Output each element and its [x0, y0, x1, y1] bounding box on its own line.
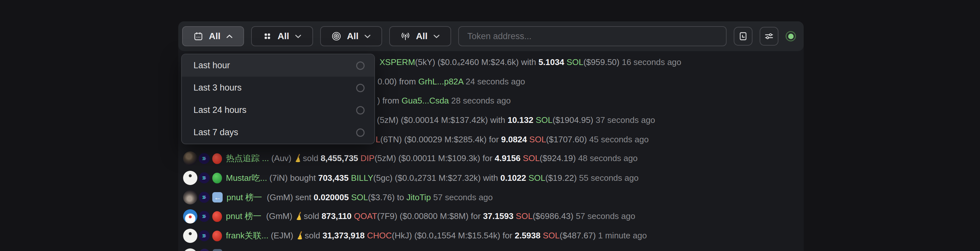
- avatar[interactable]: [183, 229, 197, 243]
- feed-text: (5zM) ($0.00014 M:$137.42k) with 10.132 …: [377, 115, 655, 125]
- feed-text-segment: 48 seconds ago: [578, 153, 638, 163]
- feed-text-segment: 57 seconds ago: [576, 211, 635, 221]
- feed-link[interactable]: SOL: [533, 115, 552, 125]
- feed-link[interactable]: pnut 榜一: [226, 193, 262, 202]
- feed-text-segment: ($1904.95): [552, 115, 596, 125]
- solana-chain-icon: [199, 230, 210, 241]
- feed-link[interactable]: SOL: [541, 230, 560, 240]
- file-button[interactable]: [734, 27, 752, 46]
- avatar[interactable]: [183, 152, 197, 166]
- feed-row: 热点追踪 ... (Auv) sold 8,455,735 DIP(5zM) (…: [183, 149, 638, 168]
- sliders-icon: [764, 32, 774, 41]
- chevron-up-icon: [226, 34, 233, 38]
- feed-link[interactable]: SOL: [526, 173, 545, 183]
- feed-row: pnut 榜一 (GmM) sold 873,110 QOAT(7F9) ($0…: [183, 207, 635, 226]
- feed-link[interactable]: Mustar吃...: [226, 173, 267, 183]
- feed-text: 0.00) from GrhL...p82A 24 seconds ago: [377, 77, 525, 87]
- feed-link[interactable]: SOL: [349, 193, 368, 202]
- feed-text: ) from Gua5...Csda 28 seconds ago: [377, 96, 511, 106]
- menu-item-label: Last hour: [194, 60, 230, 71]
- broom-icon: [296, 231, 304, 242]
- feed-text-segment: (5gc) ($0.0₄2731 M:$27.32k) with: [373, 173, 500, 183]
- feed-link[interactable]: GrhL...p82A: [418, 77, 463, 86]
- avatar[interactable]: [183, 171, 197, 185]
- feed-text-segment: [349, 173, 351, 183]
- target-filter-button[interactable]: All: [320, 26, 382, 46]
- feed-text-segment: 37.1593: [483, 211, 513, 221]
- live-indicator: [786, 31, 796, 41]
- avatar[interactable]: [183, 209, 197, 224]
- red-marker-icon: [212, 153, 222, 164]
- time-filter-menu: Last hourLast 3 hoursLast 24 hoursLast 7…: [181, 54, 375, 144]
- avatar[interactable]: [183, 190, 197, 204]
- radio-icon: [356, 106, 364, 115]
- broom-icon: [295, 212, 303, 223]
- solana-chain-icon: [199, 153, 210, 164]
- feed-text-segment: (HkJ) ($0.0₄1554 M:$15.54k) for: [392, 230, 515, 240]
- feed-text-segment: 9.0824: [501, 134, 527, 144]
- feed-text-segment: 873,110: [321, 211, 352, 221]
- feed-link[interactable]: SOL: [520, 153, 539, 163]
- target-icon: [331, 32, 341, 41]
- feed-text-segment: 4.9156: [495, 153, 521, 163]
- feed-link[interactable]: CHOC: [367, 230, 392, 240]
- feed-link[interactable]: Gua5...Csda: [401, 96, 449, 106]
- feed-text-segment: 0.020005: [314, 193, 349, 202]
- feed-link[interactable]: pnut 榜一: [226, 211, 261, 221]
- feed-link[interactable]: QOAT: [354, 211, 377, 221]
- category-filter-button[interactable]: All: [251, 26, 313, 46]
- feed-row: L(6TN) ($0.00029 M:$285.4k) for 9.0824 S…: [372, 130, 649, 149]
- feed-link[interactable]: JitoTip: [406, 193, 431, 202]
- feed-link[interactable]: SOL: [513, 211, 533, 221]
- filter-label: All: [416, 31, 428, 41]
- live-dot: [788, 34, 794, 39]
- filter-label: All: [347, 31, 359, 41]
- feed-text-segment: (5zM) ($0.00014 M:$137.42k) with: [377, 115, 508, 125]
- feed-text-segment: sold: [304, 211, 321, 221]
- feed-text-segment: 2.5938: [515, 230, 541, 240]
- avatar-detail: [189, 215, 192, 218]
- feed-text-segment: (Auv): [269, 153, 294, 163]
- feed-link[interactable]: SOL: [564, 57, 583, 67]
- filter-settings-button[interactable]: [760, 27, 778, 46]
- grid-icon: [263, 32, 272, 41]
- menu-item-last-7-days[interactable]: Last 7 days: [182, 121, 374, 144]
- feed-text: L(6TN) ($0.00029 M:$285.4k) for 9.0824 S…: [375, 134, 649, 145]
- feed-link[interactable]: L: [375, 134, 380, 144]
- token-address-input[interactable]: [458, 26, 727, 46]
- feed-row: frank关联... (EJM) sold 31,373,918 CHOC(Hk…: [183, 226, 647, 246]
- date-filter-button[interactable]: All: [182, 26, 244, 46]
- feed-text: frank关联... (EJM) sold 31,373,918 CHOC(Hk…: [226, 230, 647, 242]
- feed-text-segment: (7iN) bought: [267, 173, 318, 183]
- feed-row: XSPERM(5kY) ($0.0₄2460 M:$24.6k) with 5.…: [375, 52, 681, 72]
- menu-item-label: Last 3 hours: [194, 83, 242, 93]
- chevron-down-icon: [295, 34, 301, 38]
- radio-icon: [356, 62, 364, 70]
- file-icon: [738, 32, 748, 41]
- feed-text-segment: ($924.19): [539, 153, 578, 163]
- feed-row: ←pnut 榜一 (GmM) sent 0.020005 SOL($3.76) …: [183, 188, 493, 207]
- feed-link[interactable]: frank关联...: [226, 230, 268, 240]
- solana-chain-icon: [199, 211, 210, 222]
- feed-text-segment: ) from: [377, 96, 401, 106]
- feed-text: pnut 榜一 (GmM) sent 0.020005 SOL($3.76) t…: [226, 192, 493, 203]
- feed-text-segment: 57 seconds ago: [431, 193, 493, 202]
- solana-logo: [201, 194, 207, 200]
- feed-link[interactable]: XSPERM: [380, 57, 415, 67]
- feed-link[interactable]: 热点追踪 ...: [226, 153, 269, 163]
- solana-logo: [201, 213, 207, 219]
- red-marker-icon: [212, 230, 222, 241]
- menu-item-last-3-hours[interactable]: Last 3 hours: [182, 77, 374, 99]
- feed-text-segment: ($1707.60): [546, 134, 589, 144]
- feed-link[interactable]: DIP: [360, 153, 374, 163]
- feed-text-segment: 28 seconds ago: [449, 96, 511, 106]
- menu-item-last-24-hours[interactable]: Last 24 hours: [182, 99, 374, 121]
- feed-text-segment: (6TN) ($0.00029 M:$285.4k) for: [380, 134, 501, 144]
- signal-filter-button[interactable]: All: [389, 26, 451, 46]
- signal-icon: [401, 32, 410, 41]
- toolbar: All All All: [178, 21, 804, 51]
- feed-text-segment: [364, 230, 367, 240]
- menu-item-last-hour[interactable]: Last hour: [182, 54, 374, 77]
- feed-link[interactable]: SOL: [527, 134, 546, 144]
- feed-link[interactable]: BILLY: [351, 173, 373, 183]
